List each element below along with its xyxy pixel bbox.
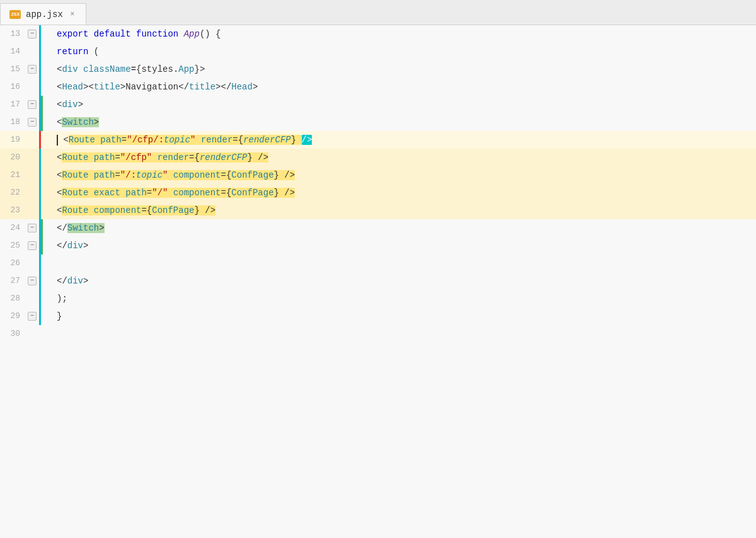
line-number-16: 16 — [0, 78, 25, 96]
line-number-22: 22 — [0, 184, 25, 202]
fold-area-15[interactable]: − — [25, 60, 39, 78]
code-content-21[interactable]: <Route path="/:topic" component={ConfPag… — [55, 166, 756, 184]
cyan-indicator-14 — [39, 43, 41, 60]
fold-area-24[interactable]: − — [25, 219, 39, 237]
fold-area-28 — [25, 290, 39, 307]
cyan-indicator-28 — [39, 290, 41, 307]
fold-area-18[interactable]: − — [25, 113, 39, 131]
gutter-bars-19 — [39, 131, 55, 149]
fold-button-25[interactable]: − — [28, 241, 37, 250]
code-line-25: 25− </div> — [0, 237, 756, 255]
code-line-20: 20 <Route path="/cfp" render={renderCFP}… — [0, 149, 756, 166]
jsx-icon: JSX — [9, 10, 21, 19]
gutter-bars-20 — [39, 149, 55, 166]
line-number-30: 30 — [0, 325, 25, 343]
code-content-16[interactable]: <Head><title>Navigation</title></Head> — [55, 78, 756, 96]
gutter-bars-23 — [39, 202, 55, 219]
text-cursor — [57, 135, 58, 146]
code-content-17[interactable]: <div> — [55, 96, 756, 113]
code-content-23[interactable]: <Route component={ConfPage} /> — [55, 202, 756, 219]
tab-app-jsx[interactable]: JSX app.jsx × — [0, 3, 86, 25]
fold-area-17[interactable]: − — [25, 96, 39, 113]
fold-area-25[interactable]: − — [25, 237, 39, 255]
gutter-bars-24 — [39, 219, 55, 237]
gutter-bars-15 — [39, 60, 55, 78]
code-content-26[interactable] — [55, 255, 756, 272]
code-line-27: 27− </div> — [0, 272, 756, 290]
tab-close-button[interactable]: × — [68, 10, 77, 19]
fold-button-17[interactable]: − — [28, 100, 37, 109]
code-content-27[interactable]: </div> — [55, 272, 756, 290]
code-line-28: 28 ); — [0, 290, 756, 307]
cyan-indicator-20 — [39, 149, 41, 166]
code-content-25[interactable]: </div> — [55, 237, 756, 255]
code-content-30[interactable] — [55, 325, 756, 343]
code-line-18: 18− <Switch> — [0, 113, 756, 131]
code-content-15[interactable]: <div className={styles.App}> — [55, 60, 756, 78]
line-number-26: 26 — [0, 255, 25, 272]
code-line-29: 29−} — [0, 307, 756, 325]
fold-area-16 — [25, 78, 39, 96]
line-number-18: 18 — [0, 113, 25, 131]
tab-filename: app.jsx — [26, 9, 63, 20]
gutter-bars-25 — [39, 237, 55, 255]
gutter-bars-18 — [39, 113, 55, 131]
fold-area-13[interactable]: − — [25, 25, 39, 43]
fold-area-20 — [25, 149, 39, 166]
fold-area-19 — [25, 131, 39, 149]
gutter-bars-14 — [39, 43, 55, 60]
gutter-bars-27 — [39, 272, 55, 290]
code-content-19[interactable]: <Route path="/cfp/:topic" render={render… — [55, 131, 756, 149]
gutter-bars-30 — [39, 325, 55, 343]
cyan-indicator-21 — [39, 166, 41, 184]
code-line-19: 19 <Route path="/cfp/:topic" render={ren… — [0, 131, 756, 149]
fold-button-24[interactable]: − — [28, 224, 37, 232]
line-number-23: 23 — [0, 202, 25, 219]
fold-area-23 — [25, 202, 39, 219]
gutter-bars-13 — [39, 25, 55, 43]
green-indicator-24 — [41, 219, 43, 237]
gutter-bars-26 — [39, 255, 55, 272]
code-content-14[interactable]: return ( — [55, 43, 756, 60]
green-indicator-17 — [41, 96, 43, 113]
line-number-25: 25 — [0, 237, 25, 255]
gutter-bars-28 — [39, 290, 55, 307]
fold-button-15[interactable]: − — [28, 65, 37, 74]
code-content-13[interactable]: export default function App() { — [55, 25, 756, 43]
line-number-15: 15 — [0, 60, 25, 78]
fold-area-14 — [25, 43, 39, 60]
gutter-bars-29 — [39, 307, 55, 325]
line-number-19: 19 — [0, 131, 25, 149]
fold-button-18[interactable]: − — [28, 118, 37, 127]
line-number-20: 20 — [0, 149, 25, 166]
code-content-24[interactable]: </Switch> — [55, 219, 756, 237]
code-line-26: 26 — [0, 255, 756, 272]
fold-area-27[interactable]: − — [25, 272, 39, 290]
cyan-indicator-16 — [39, 78, 41, 96]
fold-button-27[interactable]: − — [28, 277, 37, 285]
line-number-29: 29 — [0, 307, 25, 325]
fold-area-29[interactable]: − — [25, 307, 39, 325]
code-content-22[interactable]: <Route exact path="/" component={ConfPag… — [55, 184, 756, 202]
code-content-28[interactable]: ); — [55, 290, 756, 307]
code-line-16: 16 <Head><title>Navigation</title></Head… — [0, 78, 756, 96]
fold-button-29[interactable]: − — [28, 312, 37, 321]
code-line-21: 21 <Route path="/:topic" component={Conf… — [0, 166, 756, 184]
line-number-21: 21 — [0, 166, 25, 184]
cyan-indicator-13 — [39, 25, 41, 43]
green-indicator-18 — [41, 113, 43, 131]
code-content-29[interactable]: } — [55, 307, 756, 325]
code-content-18[interactable]: <Switch> — [55, 113, 756, 131]
cyan-indicator-29 — [39, 307, 41, 325]
gutter-bars-22 — [39, 184, 55, 202]
code-line-24: 24− </Switch> — [0, 219, 756, 237]
line-number-27: 27 — [0, 272, 25, 290]
fold-button-13[interactable]: − — [28, 30, 37, 38]
code-content-20[interactable]: <Route path="/cfp" render={renderCFP} /> — [55, 149, 756, 166]
cyan-indicator-27 — [39, 272, 41, 290]
gutter-bars-17 — [39, 96, 55, 113]
code-lines: 13−export default function App() {14 ret… — [0, 25, 756, 538]
cyan-indicator-23 — [39, 202, 41, 219]
editor-area: 13−export default function App() {14 ret… — [0, 25, 756, 538]
code-line-14: 14 return ( — [0, 43, 756, 60]
